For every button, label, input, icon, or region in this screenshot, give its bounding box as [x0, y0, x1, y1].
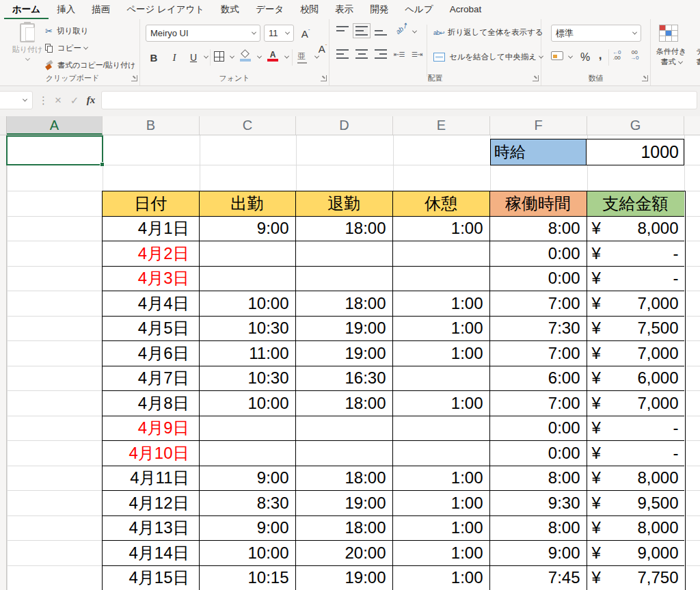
table-header-cell[interactable]: 出勤: [200, 191, 296, 217]
date-cell[interactable]: 4月7日: [103, 366, 200, 392]
clock-in-cell[interactable]: [200, 416, 296, 442]
break-cell[interactable]: [393, 366, 490, 392]
number-format-combobox[interactable]: 標準: [551, 25, 641, 42]
decrease-indent-button[interactable]: ⇤☰: [394, 51, 404, 58]
pay-cell[interactable]: ¥7,000: [587, 291, 684, 317]
ribbon-tab[interactable]: 開発: [362, 1, 396, 19]
hours-cell[interactable]: 8:00: [490, 516, 587, 541]
pay-cell[interactable]: ¥8,000: [587, 466, 684, 492]
pay-cell[interactable]: ¥9,000: [587, 541, 684, 566]
decrease-decimal-button[interactable]: 00→0: [630, 50, 638, 61]
accounting-format-button[interactable]: [551, 51, 563, 60]
name-box[interactable]: [0, 91, 33, 109]
phonetic-guide-button[interactable]: 亜: [297, 51, 306, 62]
ribbon-tab[interactable]: 表示: [327, 1, 362, 19]
clock-out-cell[interactable]: [296, 241, 393, 267]
clock-in-cell[interactable]: [200, 441, 296, 466]
font-name-combobox[interactable]: Meiryo UI: [146, 25, 260, 42]
enter-button[interactable]: ✓: [67, 91, 82, 109]
increase-decimal-button[interactable]: ←0.00: [612, 50, 621, 61]
table-header-cell[interactable]: 支給金額: [587, 191, 684, 217]
hours-cell[interactable]: 9:30: [490, 491, 587, 516]
date-cell[interactable]: 4月15日: [103, 566, 200, 590]
date-cell[interactable]: 4月6日: [103, 341, 200, 366]
clock-in-cell[interactable]: 10:30: [200, 366, 296, 392]
clock-out-cell[interactable]: 16:30: [296, 366, 393, 392]
orientation-button[interactable]: ab↗: [395, 25, 409, 32]
clock-out-cell[interactable]: 19:00: [296, 317, 393, 342]
break-cell[interactable]: 1:00: [393, 341, 490, 366]
align-top-button[interactable]: [336, 26, 349, 36]
align-right-button[interactable]: [375, 49, 387, 59]
copy-button[interactable]: コピー: [45, 43, 88, 53]
italic-button[interactable]: I: [167, 49, 181, 66]
hours-cell[interactable]: 0:00: [490, 441, 587, 466]
break-cell[interactable]: 1:00: [393, 541, 490, 566]
ribbon-tab[interactable]: ページ レイアウト: [118, 1, 213, 19]
clock-in-cell[interactable]: 10:00: [200, 291, 296, 317]
bold-button[interactable]: B: [147, 49, 161, 66]
hours-cell[interactable]: 7:30: [490, 317, 587, 342]
pay-cell[interactable]: ¥7,000: [587, 341, 684, 366]
formula-input[interactable]: [101, 91, 697, 109]
increase-font-button[interactable]: Aˆ: [297, 26, 314, 41]
pay-cell[interactable]: ¥8,000: [587, 217, 684, 242]
ribbon-tab[interactable]: ホーム: [4, 1, 49, 19]
hours-cell[interactable]: 7:00: [490, 341, 587, 366]
date-cell[interactable]: 4月11日: [103, 466, 200, 492]
cancel-button[interactable]: ×: [51, 91, 66, 109]
date-cell[interactable]: 4月3日: [103, 267, 200, 292]
column-header-d[interactable]: D: [296, 116, 393, 135]
date-cell[interactable]: 4月5日: [103, 317, 200, 342]
clock-in-cell[interactable]: 9:00: [200, 516, 296, 541]
merge-center-button[interactable]: セルを結合して中央揃え: [433, 52, 543, 62]
date-cell[interactable]: 4月12日: [103, 491, 200, 516]
hours-cell[interactable]: 8:00: [490, 466, 587, 492]
clock-out-cell[interactable]: [296, 416, 393, 442]
ribbon-tab[interactable]: ヘルプ: [396, 1, 441, 19]
font-size-combobox[interactable]: 11: [264, 25, 294, 42]
fill-color-dropdown-icon[interactable]: [257, 54, 262, 59]
percent-style-button[interactable]: %: [578, 49, 592, 66]
table-header-cell[interactable]: 稼働時間: [490, 191, 587, 217]
clock-out-cell[interactable]: [296, 267, 393, 292]
pay-cell[interactable]: ¥6,000: [587, 366, 684, 392]
column-header-c[interactable]: C: [200, 116, 296, 135]
clock-out-cell[interactable]: 18:00: [296, 466, 393, 492]
table-header-cell[interactable]: 休憩: [393, 191, 490, 217]
hours-cell[interactable]: 7:45: [490, 566, 587, 590]
clock-out-cell[interactable]: 18:00: [296, 391, 393, 416]
insert-function-button[interactable]: fx: [83, 91, 98, 109]
borders-button[interactable]: [214, 51, 224, 62]
date-cell[interactable]: 4月13日: [103, 516, 200, 541]
pay-cell[interactable]: ¥9,500: [587, 491, 684, 516]
clock-out-cell[interactable]: 19:00: [296, 491, 393, 516]
number-dialog-launcher[interactable]: [642, 75, 648, 81]
underline-dropdown-icon[interactable]: [204, 54, 208, 59]
font-dialog-launcher[interactable]: [321, 75, 327, 81]
table-header-cell[interactable]: 退勤: [296, 191, 393, 217]
pay-cell[interactable]: ¥-: [587, 441, 684, 466]
active-cell-selection[interactable]: [6, 135, 103, 165]
ribbon-tab[interactable]: 描画: [83, 1, 118, 19]
borders-dropdown-icon[interactable]: [230, 54, 234, 59]
accounting-dropdown-icon[interactable]: [568, 54, 573, 59]
fill-color-button[interactable]: [240, 51, 251, 62]
wage-value-cell[interactable]: 1000: [586, 139, 684, 165]
ribbon-tab[interactable]: 挿入: [49, 1, 83, 19]
pay-cell[interactable]: ¥-: [587, 241, 684, 267]
hours-cell[interactable]: 7:00: [490, 391, 587, 416]
clock-out-cell[interactable]: [296, 441, 393, 466]
clock-in-cell[interactable]: 10:00: [200, 391, 296, 416]
pay-cell[interactable]: ¥7,500: [587, 317, 684, 342]
underline-button[interactable]: U: [187, 49, 200, 66]
font-color-button[interactable]: A: [267, 51, 278, 62]
clock-in-cell[interactable]: 10:00: [200, 541, 296, 566]
alignment-dialog-launcher[interactable]: [533, 75, 539, 81]
format-as-table-label-partial[interactable]: テ 書: [693, 46, 700, 67]
paste-button[interactable]: 貼り付け: [10, 22, 45, 75]
clock-out-cell[interactable]: 19:00: [296, 566, 393, 590]
ribbon-tab[interactable]: 数式: [213, 1, 247, 19]
break-cell[interactable]: 1:00: [393, 491, 490, 516]
break-cell[interactable]: [393, 267, 490, 292]
